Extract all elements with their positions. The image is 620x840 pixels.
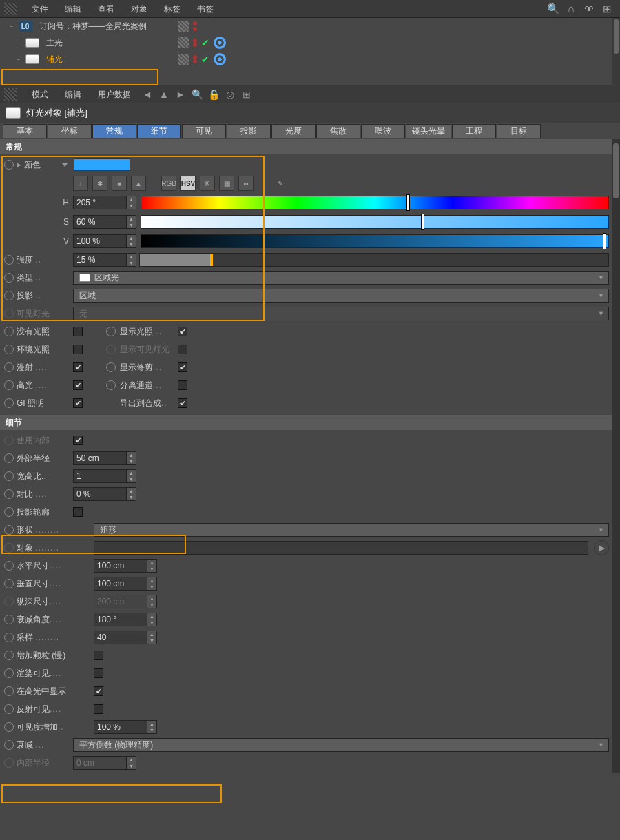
tab-coord[interactable]: 坐标 [48, 124, 92, 138]
tree-item-root[interactable]: 订阅号：种梦——全局光案例 [37, 21, 149, 32]
menu-edit[interactable]: 编辑 [56, 0, 90, 18]
slider-intensity[interactable] [139, 253, 609, 267]
check-noillum[interactable] [73, 327, 83, 336]
search-icon[interactable]: 🔍 [546, 2, 560, 16]
check-spec[interactable]: ✔ [73, 380, 83, 390]
input-hsize[interactable]: ▲▼ [94, 559, 157, 573]
anim-dot[interactable] [4, 507, 14, 517]
anim-dot[interactable] [106, 327, 116, 336]
palette-picture-icon[interactable]: ▲ [131, 176, 146, 191]
tab-project[interactable]: 工程 [452, 124, 496, 138]
check-showspec[interactable]: ✔ [94, 686, 103, 696]
anim-dot[interactable] [4, 561, 14, 571]
tab-photometric[interactable]: 光度 [271, 124, 316, 138]
tab-target[interactable]: 目标 [497, 124, 541, 138]
dropdown-icon[interactable] [61, 163, 68, 167]
tab-caustics[interactable]: 焦散 [316, 124, 360, 138]
mode-rgb[interactable]: RGB [161, 176, 176, 191]
anim-dot[interactable] [4, 489, 14, 499]
mode-swatches-icon[interactable]: ▪▪ [238, 176, 254, 191]
object-tree-scrollbar[interactable] [612, 18, 620, 85]
check-ambient[interactable] [73, 345, 83, 354]
check-gi[interactable]: ✔ [73, 398, 83, 408]
input-val[interactable]: ▲▼ [73, 234, 136, 248]
menu-mode[interactable]: 模式 [23, 85, 56, 103]
target-tag-icon[interactable] [214, 53, 226, 65]
menu-object[interactable]: 对象 [123, 0, 156, 18]
anim-dot[interactable] [4, 651, 14, 660]
search-icon[interactable]: 🔍 [191, 88, 203, 101]
target-tag-icon[interactable] [214, 37, 226, 49]
select-type[interactable]: 区域光▼ [73, 271, 609, 285]
menu-view[interactable]: 查看 [90, 0, 123, 18]
anim-dot[interactable] [4, 255, 14, 265]
tab-basic[interactable]: 基本 [3, 124, 47, 138]
slider-hue[interactable] [141, 196, 609, 209]
check-shadowoutline[interactable] [73, 507, 83, 517]
input-sat[interactable]: ▲▼ [73, 215, 136, 229]
anim-dot[interactable] [4, 471, 14, 481]
check-showillum[interactable]: ✔ [178, 327, 187, 336]
anim-dot[interactable] [4, 525, 14, 535]
check-diffuse[interactable]: ✔ [73, 362, 83, 372]
tree-item-fill-light[interactable]: 辅光 [43, 54, 65, 65]
tab-shadow[interactable]: 投影 [227, 124, 271, 138]
anim-dot[interactable] [4, 380, 14, 390]
home-icon[interactable]: ⌂ [564, 2, 578, 16]
anim-dot[interactable] [106, 362, 116, 372]
check-rendervis[interactable] [94, 668, 103, 678]
tab-general[interactable]: 常规 [92, 124, 136, 138]
color-swatch[interactable] [74, 158, 130, 171]
input-hue[interactable]: ▲▼ [73, 196, 136, 209]
anim-dot[interactable] [4, 362, 14, 372]
anim-dot[interactable] [4, 704, 14, 714]
menu-file[interactable]: 文件 [23, 0, 56, 18]
anim-dot[interactable] [4, 273, 14, 283]
nav-fwd-icon[interactable]: ► [174, 88, 187, 101]
menu-bookmarks[interactable]: 书签 [189, 0, 222, 18]
lock-icon[interactable]: 🔒 [207, 88, 220, 101]
anim-dot[interactable] [4, 740, 14, 750]
input-intensity[interactable]: ▲▼ [73, 253, 136, 267]
tag-icon[interactable] [178, 54, 189, 65]
input-aspect[interactable]: ▲▼ [73, 469, 136, 483]
check-export[interactable]: ✔ [178, 398, 187, 408]
input-samples[interactable]: ▲▼ [94, 631, 157, 644]
check-reflectvis[interactable] [94, 704, 103, 714]
input-object[interactable] [94, 541, 588, 555]
select-falloff[interactable]: 平方倒数 (物理精度)▼ [73, 738, 609, 752]
menu-edit2[interactable]: 编辑 [56, 85, 90, 103]
input-vismult[interactable]: ▲▼ [94, 720, 157, 734]
slider-sat[interactable] [141, 215, 609, 229]
input-falloffangle[interactable]: ▲▼ [94, 613, 157, 626]
anim-dot[interactable] [106, 380, 116, 390]
target-icon[interactable]: ◎ [224, 88, 236, 101]
palette-wheel-icon[interactable]: ✱ [92, 176, 107, 191]
object-tree[interactable]: └ L0 订阅号：种梦——全局光案例 ├ 主光 └ 辅光 ✔ ✔ [0, 18, 620, 85]
eyedropper-icon[interactable]: ✎ [273, 176, 288, 191]
nav-up-icon[interactable]: ▲ [158, 88, 170, 101]
expand-icon[interactable]: ⊞ [600, 2, 614, 16]
nav-back-icon[interactable]: ◄ [141, 88, 154, 101]
tab-noise[interactable]: 噪波 [361, 124, 405, 138]
anim-dot[interactable] [4, 686, 14, 696]
anim-dot[interactable] [4, 291, 14, 300]
input-contrast[interactable]: ▲▼ [73, 487, 136, 501]
check-showclip[interactable]: ✔ [178, 362, 187, 372]
palette-spectrum-icon[interactable]: ■ [112, 176, 127, 191]
anim-dot[interactable] [4, 633, 14, 642]
anim-dot[interactable] [4, 722, 14, 732]
anim-dot[interactable] [4, 398, 14, 408]
check-sepchan[interactable] [178, 380, 187, 390]
anim-dot[interactable] [4, 579, 14, 588]
menu-tags[interactable]: 标签 [156, 0, 189, 18]
anim-dot[interactable] [4, 453, 14, 463]
tab-detail[interactable]: 细节 [137, 124, 181, 138]
slider-val[interactable] [141, 234, 609, 248]
check-grain[interactable] [94, 651, 103, 660]
palette-swatch-icon[interactable]: ↕ [73, 176, 88, 191]
eye-icon[interactable]: 👁 [582, 2, 596, 16]
object-picker-icon[interactable]: ▶ [594, 540, 609, 555]
mode-hsv[interactable]: HSV [180, 176, 196, 191]
anim-dot[interactable] [4, 160, 14, 170]
